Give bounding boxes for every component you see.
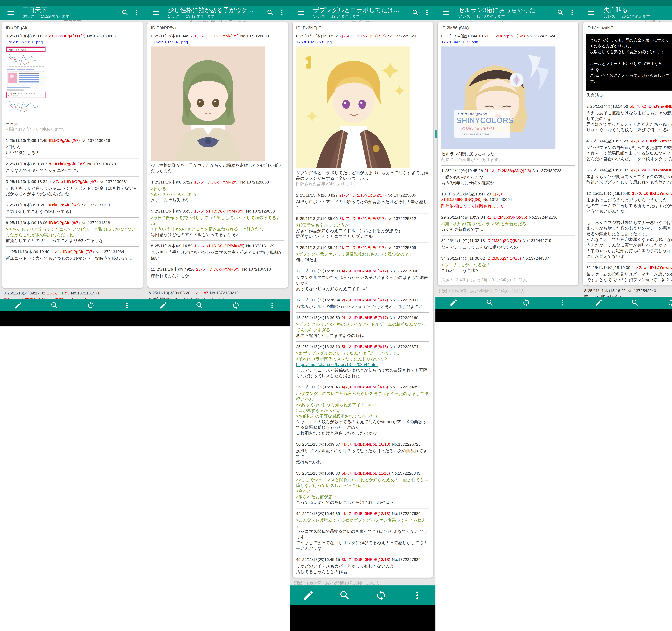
overflow-button[interactable] [544, 297, 581, 309]
post-number[interactable]: 7 [296, 245, 298, 250]
post-image-thumbnail[interactable]: 学園アイドルマスターアイドルマスターシャイニーカラーズ SongForPrism [6, 47, 139, 119]
search-icon[interactable] [264, 8, 276, 18]
post-number[interactable]: 5 [6, 203, 8, 207]
search-button[interactable] [182, 299, 218, 311]
post-no[interactable]: No.1372130605 [87, 34, 116, 38]
post-no[interactable]: No.1372227686 [392, 511, 421, 516]
poster-id[interactable]: ID:D0kPP5vk(3/5) [212, 209, 244, 213]
post-no[interactable]: No.1372131934 [95, 250, 124, 254]
post-number[interactable]: 10 [441, 192, 446, 196]
reply-count[interactable]: 5レス [342, 471, 352, 475]
reply-count[interactable]: 3レス [632, 191, 643, 196]
post-no[interactable]: No.1372439733 [533, 169, 561, 173]
menu-icon[interactable] [297, 9, 306, 17]
overflow-button[interactable] [109, 299, 145, 311]
reply-count[interactable]: 1レス [493, 192, 503, 196]
post-no[interactable]: No.1372226374 [390, 345, 418, 349]
search-icon[interactable] [555, 8, 566, 18]
quote-line[interactable]: >消されたお前が悪い [296, 494, 430, 500]
post-no[interactable]: No.1372226000 [390, 269, 418, 273]
post-no[interactable]: No.1372443377 [523, 256, 551, 260]
post-number[interactable]: 32 [441, 238, 446, 243]
post-number[interactable]: 18 [296, 316, 301, 320]
post-number[interactable]: 4 [586, 139, 589, 143]
post-no[interactable]: No.1372226160 [390, 316, 418, 320]
post-number[interactable]: 12 [296, 269, 301, 273]
poster-id[interactable]: ID:tBz6NEpE(11/18) [354, 471, 390, 475]
refresh-button[interactable] [218, 299, 254, 311]
menu-icon[interactable] [587, 9, 597, 17]
poster-id[interactable]: ID:tBz6NEpE(8/18) [354, 345, 388, 349]
poster-id[interactable]: ID:D0kPP5vk(4/5) [212, 244, 244, 248]
post-image-thumbnail[interactable]: どなたであっても、馬の安全を第一に考えて くださる方ばかりなら、 牧場としても安… [586, 34, 672, 91]
reply-count[interactable]: 5レス [342, 345, 352, 349]
post-image-thumbnail[interactable] [151, 47, 285, 161]
poster-id[interactable]: ID:tBz6NEpE(2/17) [352, 193, 386, 197]
post-image-thumbnail[interactable] [296, 47, 430, 168]
refresh-button[interactable] [73, 299, 109, 311]
post-number[interactable]: 2 [6, 161, 8, 166]
search-button[interactable] [36, 299, 73, 311]
reply-count[interactable]: 1レス [194, 209, 205, 213]
quote-line[interactable]: >別にガチャ時以外セルラン3桁とか普通だろ [441, 221, 575, 227]
quote-line[interactable]: >>ザブングルのスレでそれ言ったらレス消されまくったのはまじで納得いかん [296, 391, 430, 402]
post-number[interactable]: 1 [441, 169, 443, 173]
post-no[interactable]: No.1372130816 [81, 138, 110, 143]
post-number[interactable]: 2 [296, 193, 298, 197]
post-no[interactable]: No.1372225520 [387, 34, 416, 38]
search-icon[interactable] [119, 8, 131, 18]
poster-id[interactable]: ID:kOPgAfu.(7/7) [63, 250, 94, 254]
thread-card[interactable]: ID:kOPgAfu.025/11/13(木)09:11:12x3ID:kOPg… [2, 22, 143, 288]
quote-line[interactable]: >ザブングルリアタイ勢のジジイがアイドルゲームの粘着なんかやってんのキツすぎる [296, 322, 430, 333]
poster-id[interactable]: ID:tBz6NEpE(12/18) [354, 511, 390, 516]
reply-count[interactable]: 2レス [339, 193, 350, 197]
poster-id[interactable]: ID:tBz6NEpE(10/18) [354, 442, 390, 447]
refresh-button[interactable] [363, 585, 399, 605]
reply-count[interactable]: 4レス [342, 442, 352, 447]
refresh-button[interactable] [508, 297, 544, 309]
post-number[interactable]: 11 [6, 250, 10, 254]
overflow-button[interactable] [399, 585, 435, 605]
poster-id[interactable]: ID:kOPgAfu.(5/7) [49, 203, 80, 207]
post-number[interactable]: 0 [441, 34, 443, 38]
post-no[interactable]: No.1372131571 [71, 291, 100, 295]
poster-id[interactable]: ID:hJYmwtNE(5/6) [650, 191, 672, 196]
poster-id[interactable]: ID:D0kPP5vk(5/5) [208, 267, 241, 271]
reply-count[interactable]: 1レス [194, 244, 205, 248]
post-number[interactable]: 3 [6, 179, 8, 184]
post-number[interactable]: 33 [296, 471, 301, 475]
post-number[interactable]: 0 [151, 34, 153, 38]
overflow-icon[interactable] [566, 8, 578, 18]
post-number[interactable]: 25 [296, 345, 301, 349]
compose-button[interactable] [145, 299, 182, 311]
quote-line[interactable]: >めっちゃかわいいよね [151, 192, 285, 197]
overflow-icon[interactable] [276, 8, 288, 18]
post-no[interactable]: No.1372542640 [627, 288, 656, 293]
reply-count[interactable]: 4レス [342, 385, 352, 389]
post-number[interactable]: 45 [296, 557, 301, 562]
post-no[interactable]: No.1372226725 [392, 442, 421, 447]
post-number[interactable]: 6 [149, 291, 151, 295]
post-number[interactable]: 5 [296, 216, 298, 221]
poster-id[interactable]: ID:hJYmwtNE(4/6) [648, 168, 672, 172]
post-number[interactable]: 34 [441, 256, 446, 260]
compose-button[interactable] [435, 297, 472, 309]
reply-count[interactable]: 5レス [630, 168, 640, 172]
poster-id[interactable]: ID:2M86qSNQ(2/6) [497, 169, 531, 173]
post-no[interactable]: No.1372442719 [523, 238, 551, 243]
post-number[interactable]: 29 [441, 215, 446, 219]
post-no[interactable]: No.1372226091 [390, 298, 418, 302]
reply-count[interactable]: 4レス [342, 511, 352, 516]
reply-count[interactable]: 1レス [194, 180, 205, 184]
poster-id[interactable]: ID:tBz6NEpE(1/17) [352, 34, 386, 38]
poster-id[interactable]: ID:tBz6NEpE(9/18) [354, 385, 388, 389]
quote-line[interactable]: >わかる [151, 186, 285, 192]
post-no[interactable]: No.1372440064 [483, 197, 512, 202]
compose-button[interactable] [581, 297, 617, 309]
post-no[interactable]: No.1372226489 [390, 385, 418, 389]
menu-icon[interactable] [442, 9, 451, 17]
post-no[interactable]: No.1372129850 [246, 209, 275, 213]
post-no[interactable]: No.1372131159 [81, 203, 110, 207]
file-link[interactable]: 1763084650133.png [441, 40, 478, 44]
soudane-flag[interactable]: [s] [447, 192, 452, 196]
